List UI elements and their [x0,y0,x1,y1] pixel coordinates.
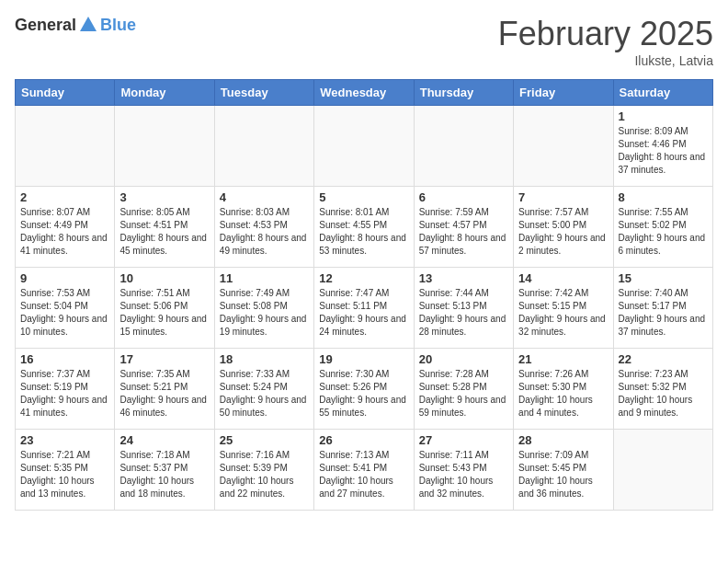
calendar-cell [414,106,513,187]
calendar-cell: 26Sunrise: 7:13 AM Sunset: 5:41 PM Dayli… [314,430,414,511]
day-info: Sunrise: 7:57 AM Sunset: 5:00 PM Dayligh… [518,206,608,258]
calendar: SundayMondayTuesdayWednesdayThursdayFrid… [15,79,713,511]
week-row-2: 2Sunrise: 8:07 AM Sunset: 4:49 PM Daylig… [16,187,713,268]
day-info: Sunrise: 8:03 AM Sunset: 4:53 PM Dayligh… [220,206,309,258]
calendar-cell: 24Sunrise: 7:18 AM Sunset: 5:37 PM Dayli… [115,430,214,511]
calendar-cell [613,430,712,511]
day-info: Sunrise: 7:23 AM Sunset: 5:32 PM Dayligh… [619,368,708,419]
day-info: Sunrise: 7:42 AM Sunset: 5:15 PM Dayligh… [518,287,608,339]
day-info: Sunrise: 7:26 AM Sunset: 5:30 PM Dayligh… [518,368,608,419]
day-number: 13 [419,271,508,285]
day-info: Sunrise: 7:18 AM Sunset: 5:37 PM Dayligh… [119,449,209,500]
calendar-cell [314,106,414,187]
logo-general: General [15,16,76,35]
calendar-cell: 19Sunrise: 7:30 AM Sunset: 5:26 PM Dayli… [314,349,414,430]
day-number: 10 [119,271,209,285]
week-row-3: 9Sunrise: 7:53 AM Sunset: 5:04 PM Daylig… [16,268,713,349]
day-info: Sunrise: 7:13 AM Sunset: 5:41 PM Dayligh… [319,449,408,500]
calendar-cell: 3Sunrise: 8:05 AM Sunset: 4:51 PM Daylig… [115,187,214,268]
weekday-header-saturday: Saturday [613,80,712,106]
day-number: 23 [20,433,109,447]
day-number: 24 [119,433,209,447]
calendar-cell: 14Sunrise: 7:42 AM Sunset: 5:15 PM Dayli… [514,268,613,349]
day-number: 4 [220,190,309,204]
calendar-cell: 18Sunrise: 7:33 AM Sunset: 5:24 PM Dayli… [214,349,313,430]
day-info: Sunrise: 7:11 AM Sunset: 5:43 PM Dayligh… [419,449,508,500]
day-number: 7 [518,190,608,204]
day-number: 22 [619,352,708,366]
day-info: Sunrise: 7:09 AM Sunset: 5:45 PM Dayligh… [518,449,608,500]
calendar-cell [214,106,313,187]
day-info: Sunrise: 7:59 AM Sunset: 4:57 PM Dayligh… [419,206,508,258]
day-number: 3 [119,190,209,204]
calendar-cell: 20Sunrise: 7:28 AM Sunset: 5:28 PM Dayli… [414,349,513,430]
day-number: 1 [619,109,708,123]
day-info: Sunrise: 7:16 AM Sunset: 5:39 PM Dayligh… [220,449,309,500]
day-number: 8 [619,190,708,204]
day-info: Sunrise: 7:51 AM Sunset: 5:06 PM Dayligh… [119,287,209,339]
calendar-cell: 11Sunrise: 7:49 AM Sunset: 5:08 PM Dayli… [214,268,313,349]
day-number: 5 [319,190,408,204]
weekday-header-wednesday: Wednesday [314,80,414,106]
day-info: Sunrise: 8:09 AM Sunset: 4:46 PM Dayligh… [619,125,708,177]
week-row-5: 23Sunrise: 7:21 AM Sunset: 5:35 PM Dayli… [16,430,713,511]
logo-blue: Blue [100,16,136,35]
calendar-cell [115,106,214,187]
weekday-header-monday: Monday [115,80,214,106]
day-number: 25 [220,433,309,447]
day-number: 9 [20,271,109,285]
day-info: Sunrise: 7:21 AM Sunset: 5:35 PM Dayligh… [20,449,109,500]
calendar-cell: 4Sunrise: 8:03 AM Sunset: 4:53 PM Daylig… [214,187,313,268]
calendar-cell: 6Sunrise: 7:59 AM Sunset: 4:57 PM Daylig… [414,187,513,268]
day-number: 20 [419,352,508,366]
svg-marker-0 [80,17,97,31]
calendar-cell: 15Sunrise: 7:40 AM Sunset: 5:17 PM Dayli… [613,268,712,349]
day-info: Sunrise: 7:28 AM Sunset: 5:28 PM Dayligh… [419,368,508,419]
day-info: Sunrise: 7:35 AM Sunset: 5:21 PM Dayligh… [119,368,209,419]
weekday-header-friday: Friday [514,80,613,106]
month-title: February 2025 [498,15,713,53]
weekday-header-row: SundayMondayTuesdayWednesdayThursdayFrid… [16,80,713,106]
day-info: Sunrise: 7:40 AM Sunset: 5:17 PM Dayligh… [619,287,708,339]
week-row-4: 16Sunrise: 7:37 AM Sunset: 5:19 PM Dayli… [16,349,713,430]
calendar-cell: 27Sunrise: 7:11 AM Sunset: 5:43 PM Dayli… [414,430,513,511]
calendar-cell: 1Sunrise: 8:09 AM Sunset: 4:46 PM Daylig… [613,106,712,187]
day-number: 21 [518,352,608,366]
logo-icon [78,15,98,35]
calendar-cell: 7Sunrise: 7:57 AM Sunset: 5:00 PM Daylig… [514,187,613,268]
calendar-cell: 22Sunrise: 7:23 AM Sunset: 5:32 PM Dayli… [613,349,712,430]
day-number: 2 [20,190,109,204]
calendar-cell [16,106,115,187]
day-info: Sunrise: 7:53 AM Sunset: 5:04 PM Dayligh… [20,287,109,339]
calendar-cell: 5Sunrise: 8:01 AM Sunset: 4:55 PM Daylig… [314,187,414,268]
day-info: Sunrise: 8:07 AM Sunset: 4:49 PM Dayligh… [20,206,109,258]
day-number: 14 [518,271,608,285]
day-number: 15 [619,271,708,285]
day-number: 19 [319,352,408,366]
weekday-header-thursday: Thursday [414,80,513,106]
day-info: Sunrise: 7:47 AM Sunset: 5:11 PM Dayligh… [319,287,408,339]
day-number: 18 [220,352,309,366]
day-number: 11 [220,271,309,285]
day-info: Sunrise: 8:01 AM Sunset: 4:55 PM Dayligh… [319,206,408,258]
calendar-cell: 12Sunrise: 7:47 AM Sunset: 5:11 PM Dayli… [314,268,414,349]
location: Ilukste, Latvia [498,53,713,68]
page-header: General Blue February 2025 Ilukste, Latv… [15,15,713,68]
day-info: Sunrise: 8:05 AM Sunset: 4:51 PM Dayligh… [119,206,209,258]
weekday-header-tuesday: Tuesday [214,80,313,106]
calendar-cell: 23Sunrise: 7:21 AM Sunset: 5:35 PM Dayli… [16,430,115,511]
day-number: 26 [319,433,408,447]
calendar-cell: 17Sunrise: 7:35 AM Sunset: 5:21 PM Dayli… [115,349,214,430]
calendar-cell [514,106,613,187]
day-number: 28 [518,433,608,447]
calendar-cell: 9Sunrise: 7:53 AM Sunset: 5:04 PM Daylig… [16,268,115,349]
calendar-cell: 8Sunrise: 7:55 AM Sunset: 5:02 PM Daylig… [613,187,712,268]
calendar-cell: 21Sunrise: 7:26 AM Sunset: 5:30 PM Dayli… [514,349,613,430]
week-row-1: 1Sunrise: 8:09 AM Sunset: 4:46 PM Daylig… [16,106,713,187]
title-block: February 2025 Ilukste, Latvia [498,15,713,68]
day-info: Sunrise: 7:33 AM Sunset: 5:24 PM Dayligh… [220,368,309,419]
calendar-cell: 28Sunrise: 7:09 AM Sunset: 5:45 PM Dayli… [514,430,613,511]
day-number: 16 [20,352,109,366]
calendar-cell: 2Sunrise: 8:07 AM Sunset: 4:49 PM Daylig… [16,187,115,268]
calendar-cell: 16Sunrise: 7:37 AM Sunset: 5:19 PM Dayli… [16,349,115,430]
